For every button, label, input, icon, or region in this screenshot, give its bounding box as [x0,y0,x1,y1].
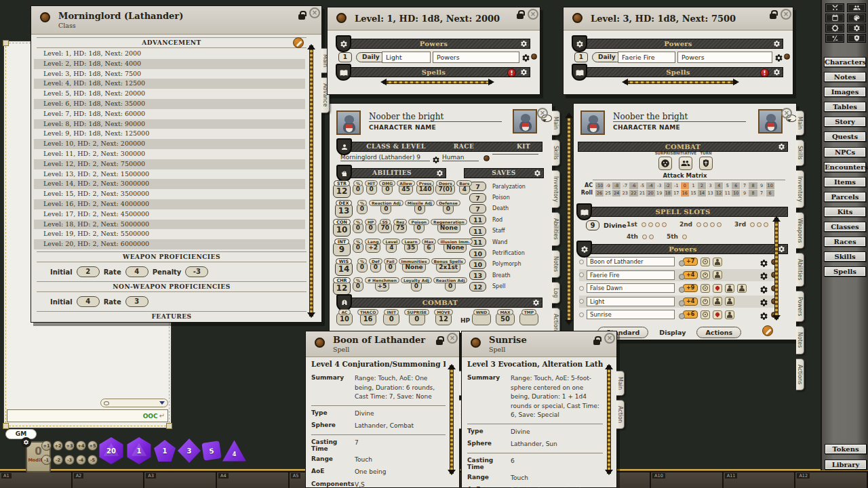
advancement-row[interactable]: Level: 20, HD: 2, Next: 6000000 [34,239,305,249]
matrix-ac-cell[interactable]: 4 [715,182,723,189]
weapon-initial-value[interactable]: 2 [77,266,100,277]
abilities-gear-icon[interactable] [436,169,443,177]
save-value[interactable]: 11 [469,226,486,236]
sidebar-button-tokens[interactable]: Tokens [825,444,867,454]
person-icon[interactable] [713,258,722,266]
tab-skills[interactable]: Skills [796,140,804,166]
spells-gear-icon[interactable] [520,68,528,76]
target-icon[interactable] [701,270,710,279]
advancement-row[interactable]: Level: 14, HD: 2, Next: 3000000 [34,179,305,189]
matrix-ac-cell[interactable]: 5 [724,182,732,189]
chat-mode-selector[interactable] [100,399,168,407]
character-portrait[interactable] [336,110,361,135]
matrix-ac-cell[interactable]: 7 [741,182,749,189]
person-icon[interactable] [713,270,722,279]
matrix-roll-cell[interactable]: 26 [595,190,604,197]
lighting-icon[interactable] [825,24,844,33]
options-gear-icon[interactable] [847,24,866,33]
matrix-ac-cell[interactable]: -5 [638,182,646,189]
power-modifier-badge[interactable]: +9 [683,284,698,292]
modifiers-icon[interactable] [825,34,844,43]
person-icon[interactable] [725,310,734,319]
combat-gear-icon[interactable] [778,143,785,150]
matrix-roll-cell[interactable]: 19 [655,190,663,197]
sidebar-button-kits[interactable]: Kits [824,207,866,217]
spell-link-icon[interactable] [471,338,481,348]
matrix-roll-cell[interactable]: 12 [715,190,723,197]
class-gear-icon[interactable] [432,154,440,167]
power-checkbox[interactable] [579,286,584,291]
powers-scrollbar[interactable] [774,218,778,319]
hotbar-slot[interactable]: A10 [651,472,724,488]
level-3-header[interactable]: Level: 3, HD: 1d8, Next: 7500 × [564,7,793,30]
advancement-row[interactable]: Level: 9, HD: 1d8, Next: 125000 [34,129,305,139]
drop-icon[interactable] [713,310,722,319]
close-icon[interactable]: × [537,108,548,119]
surprise-button[interactable] [658,157,672,170]
save-value[interactable]: 10 [469,260,486,269]
advancement-row[interactable]: Level: 7, HD: 1d8, Next: 60000 [34,109,305,119]
tab-abilities[interactable]: Abilities [796,253,804,287]
modifier-coin[interactable]: -2 [53,455,63,465]
chevron-down-icon[interactable] [159,401,165,407]
matrix-roll-cell[interactable]: 14 [698,190,706,197]
tab-powers[interactable]: Powers [796,291,804,322]
advancement-row[interactable]: Level: 4, HD: 1d8, Next: 12500 [34,79,305,89]
power-gear-icon[interactable] [760,258,768,266]
tab-log[interactable]: Log [552,282,560,304]
spells-gear-icon[interactable] [773,68,781,76]
tab-main[interactable]: Main [796,110,804,136]
person-icon[interactable] [737,284,747,293]
lock-icon[interactable] [436,340,443,345]
matrix-ac-cell[interactable]: -6 [629,182,637,189]
tab-inventory[interactable]: Inventory [552,170,560,208]
matrix-roll-cell[interactable]: 8 [749,190,757,197]
lock-icon[interactable] [517,14,524,19]
lock-icon[interactable] [770,14,776,19]
modifier-coin[interactable]: +4 [76,441,86,451]
race-cycler-dot[interactable] [484,155,490,161]
close-icon[interactable]: × [528,9,538,20]
power-gear-icon[interactable] [760,297,768,306]
matrix-ac-cell[interactable]: -8 [612,182,620,189]
spell-slot-circle[interactable] [642,235,647,239]
sidebar-button-images[interactable]: Images [824,87,866,97]
hotbar-slot[interactable]: A2 [73,472,145,488]
level-link-icon[interactable] [572,13,583,23]
tab-action[interactable]: Action [616,400,625,429]
turn-undead-button[interactable] [699,157,713,170]
hotbar-slot[interactable]: A4 [217,472,290,488]
ability-stat[interactable]: WIS14 [333,258,355,276]
party-icon[interactable] [847,3,866,12]
power-name[interactable]: False Dawn [587,283,675,293]
spell-slot-circle[interactable] [655,222,660,227]
sidebar-button-characters[interactable]: Characters [824,57,866,67]
spell-slot-circle[interactable] [696,222,701,227]
initiative-button[interactable] [679,157,692,170]
sidebar-button-parcels[interactable]: Parcels [824,192,866,202]
powers-gear-icon[interactable] [520,40,528,47]
matrix-ac-cell[interactable]: 1 [689,182,697,189]
close-icon[interactable]: × [781,108,792,119]
class-link-icon[interactable] [40,12,50,22]
class-window-header[interactable]: Morninglord (Lathander) Class × [31,6,321,35]
die-d10[interactable]: 1 [154,440,176,462]
die-d20[interactable]: 1 [126,437,152,464]
power-name[interactable]: Boon of Lathander [587,257,675,266]
close-icon[interactable]: × [447,333,458,344]
person-icon[interactable] [725,297,734,306]
sidebar-button-races[interactable]: Races [824,237,866,247]
spell-window-header[interactable]: Boon of Lathander Spell × [306,331,459,357]
power-uses-field[interactable]: 1 [574,52,588,62]
matrix-ac-cell[interactable]: -2 [664,182,672,189]
scrollbar[interactable] [450,365,454,474]
spell-link-icon[interactable] [315,338,325,348]
power-checkbox[interactable] [579,272,584,277]
spell-slot-circle[interactable] [750,222,755,227]
spell-slot-circle[interactable] [642,222,646,227]
advancement-row[interactable]: Level: 1, HD: 1d8, Next: 2000 [34,49,305,59]
edit-pencil-icon[interactable] [762,325,773,336]
advancement-row[interactable]: Level: 5, HD: 1d8, Next: 20000 [34,89,305,99]
advancement-row[interactable]: Level: 18, HD: 2, Next: 5000000 [34,220,305,230]
modifier-coin[interactable]: +5 [87,441,98,451]
